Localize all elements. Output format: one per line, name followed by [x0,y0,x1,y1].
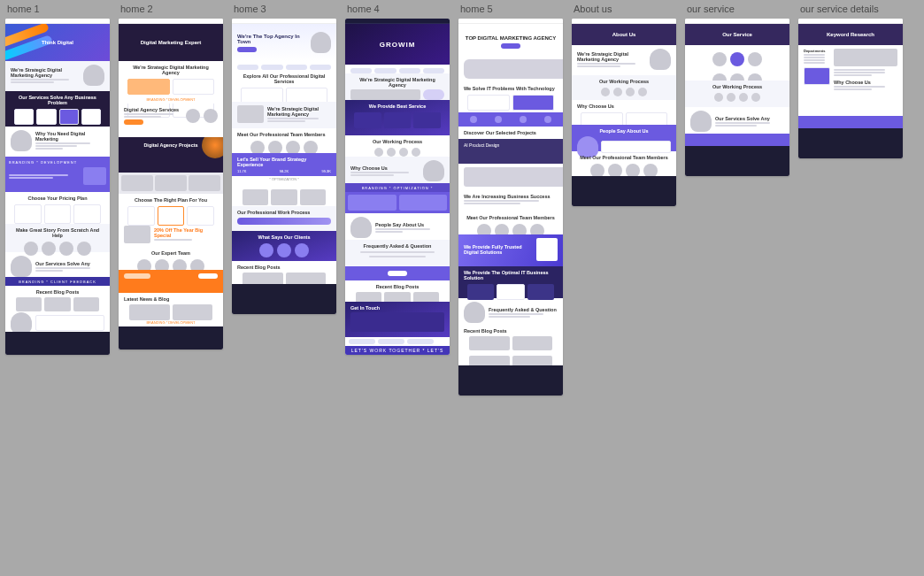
cta-banner [685,134,789,146]
page-thumbnail-service-details[interactable]: Keyword Research Departments Why Choose … [798,19,903,158]
section-heading: Why Choose Us [834,80,897,85]
solve-section: We Solve IT Problems With Technology [458,82,563,112]
hero-section: TOP DIGITAL MARKETING AGENCY [458,24,563,59]
section-heading: Our Services Solve Any Business Problem [11,95,104,105]
page-thumbnail-about[interactable]: About Us We're Strategic Digital Marketi… [572,19,676,206]
services-section: Our Services Solve Any Business Problem [5,91,110,127]
column-service: our service Our Service Our Working Proc… [685,4,789,176]
footer [685,146,789,176]
section-heading: Meet Our Professional Team Members [577,155,671,160]
page-thumbnail-home5[interactable]: TOP DIGITAL MARKETING AGENCY We Solve IT… [458,19,563,396]
project-title: AI Product Design [464,142,558,148]
page-title-bar: Our Service [685,24,789,45]
section-heading: Meet Our Professional Team Members [237,132,331,137]
footer [5,332,110,355]
page-thumbnail-home1[interactable]: Think Digital We're Strategic Digital Ma… [5,19,110,355]
section-heading: Frequently Asked & Question [489,307,558,312]
stat-value: 98.2K [280,169,289,173]
hero-section: GROWIM [345,24,450,65]
column-label: our service [685,4,789,14]
marquee-strip: BRANDING * OPTIMIZATION * [345,183,450,192]
team-section: Meet Our Professional Team Members [572,151,676,176]
process-section: Our Working Process [572,75,676,100]
section-heading: Discover Our Selected Projects [464,130,558,135]
column-home3: home 3 We're The Top Agency In Town Expl… [232,4,336,314]
person-illustration [83,65,104,86]
cta-banner [119,270,223,293]
section-heading: People Say About Us [577,128,671,134]
column-label: home 4 [345,4,450,14]
process-section: Our Working Process [345,135,450,157]
column-label: our service details [798,4,903,14]
column-service-details: our service details Keyword Research Dep… [798,4,903,158]
footer [798,128,903,158]
about-section: We're Strategic Digital Marketing Agency [119,61,223,96]
section-heading: Why Choose Us [350,165,423,171]
projects-section: Discover Our Selected Projects [458,127,563,139]
story-section: Make Great Story From Scratch And Help [5,224,110,252]
section-heading: Get In Touch [350,305,444,311]
testimonial-section [5,309,110,332]
section-heading: Meet Our Professional Team Members [464,215,558,220]
section-heading: We Provide Fully Trusted Digital Solutio… [464,244,536,255]
price-value: $249 [497,285,524,293]
process-section: Our Professional Work Process [232,206,336,231]
about-section: We're Strategic Digital Marketing Agency [345,73,450,100]
marquee-strip: * OPTIMIZATION * [232,176,336,183]
person-illustration [464,302,485,323]
section-heading: Make Great Story From Scratch And Help [11,227,104,238]
section-heading: Frequently Asked & Question [350,243,444,249]
pricing-section: Choose The Right Plan For You [119,194,223,222]
page-title-bar: About Us [572,24,676,45]
why-section: Why Choose Us [572,100,676,125]
services-section: Digital Agency Services [119,104,223,137]
person-illustration [11,312,32,334]
page-thumbnail-home2[interactable]: Digital Marketing Expert We're Strategic… [119,19,223,349]
projects-section: Digital Agency Projects [119,137,223,173]
faq-section: Frequently Asked & Question [345,240,450,266]
about-section: We're Strategic Digital Marketing Agency [572,45,676,75]
person-illustration [423,160,444,181]
project-card: AI Product Design [458,139,563,164]
blog-section: Recent Blog Posts [232,261,336,284]
person-illustration [11,256,32,277]
pricing-section: Choose Your Pricing Plan [5,192,110,224]
footer [458,365,563,396]
section-heading: We Solve IT Problems With Technology [464,86,558,91]
page-thumbnail-home3[interactable]: We're The Top Agency In Town Explore All… [232,19,336,314]
blog-section: Recent Blog Posts [345,280,450,302]
portfolio-grid [232,183,336,206]
section-heading: We Provide The Optimal IT Business Solut… [464,270,558,280]
hero-section: We're The Top Agency In Town [232,24,336,61]
service-icons [685,45,789,81]
column-home2: home 2 Digital Marketing Expert We're St… [119,4,223,349]
column-label: About us [572,4,676,14]
page-thumbnail-home4[interactable]: GROWIM We're Strategic Digital Marketing… [345,19,450,355]
footer-marquee: LET'S WORK TOGETHER * LET'S [345,346,450,355]
section-heading: Digital Agency Services [124,107,186,112]
news-section: Latest News & Blog [119,293,223,319]
cta-banner [798,116,903,128]
hero-title: TOP DIGITAL MARKETING AGENCY [466,35,556,41]
content-area: Departments Why Choose Us [798,45,903,116]
person-illustration [650,49,671,70]
column-label: home 2 [119,4,223,14]
team-section: Meet Our Professional Team Members [232,128,336,153]
clients-section: What Says Our Clients [232,231,336,261]
marquee-strip: BRANDING * CLIENT FEEDBACK [5,277,110,286]
section-heading: We're Strategic Digital Marketing Agency [350,77,444,88]
section-heading: We Are Increasing Business Success [464,194,558,199]
footer [232,284,336,314]
marquee-strip: BRANDING * DEVELOPMENT [119,96,223,104]
section-heading: Our Professional Work Process [237,210,331,215]
showcase [345,192,450,213]
team-section: Meet Our Professional Team Members [458,211,563,234]
section-heading: Choose The Right Plan For You [124,197,218,203]
person-illustration [11,130,32,151]
page-title-bar: Keyword Research [798,24,903,45]
section-heading: We're Strategic Digital Marketing Agency [11,67,83,78]
contact-section: Get In Touch [345,302,450,337]
page-thumbnail-service[interactable]: Our Service Our Working Process Our Serv… [685,19,789,176]
pricing-section: We Provide The Optimal IT Business Solut… [458,266,563,298]
person-illustration [350,217,372,238]
